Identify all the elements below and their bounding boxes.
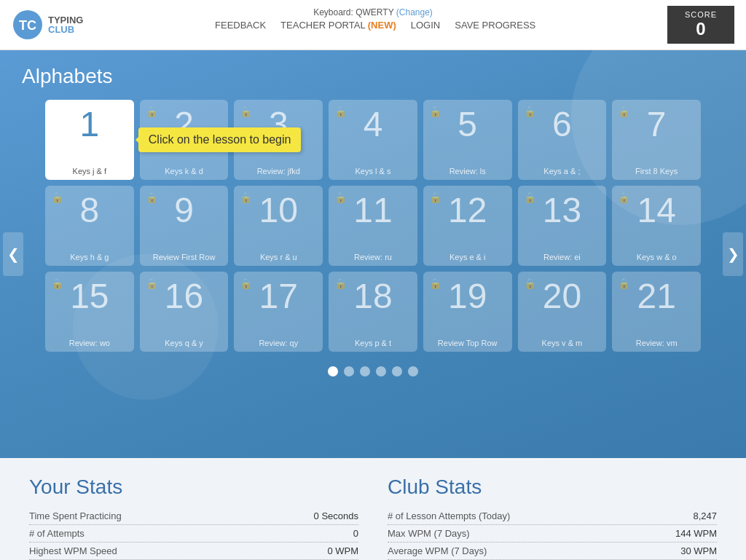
lesson-number: 1 (80, 107, 100, 142)
lesson-card-18[interactable]: 🔒18Keys p & t (329, 272, 417, 352)
logo-area[interactable]: TC TYPING CLUB (12, 9, 83, 41)
lesson-name: Review Top Row (438, 339, 498, 347)
lesson-number: 7 (647, 107, 667, 142)
carousel-dot-2[interactable] (344, 366, 354, 376)
carousel-dot-3[interactable] (360, 366, 370, 376)
lesson-card-9[interactable]: 🔒9Review First Row (140, 186, 229, 266)
carousel-dot-5[interactable] (392, 366, 402, 376)
lesson-number: 21 (637, 279, 675, 314)
score-box: SCORE 0 (667, 6, 734, 44)
carousel-next-button[interactable]: ❯ (723, 232, 743, 276)
lesson-card-5[interactable]: 🔒5Review: ls (423, 100, 512, 180)
lock-icon: 🔒 (146, 106, 158, 117)
stat-row: Time Spent Practicing0 Seconds (29, 508, 358, 525)
carousel-prev-button[interactable]: ❮ (3, 232, 23, 276)
lock-icon: 🔒 (146, 277, 158, 289)
lesson-name: Review: ls (449, 167, 486, 176)
lesson-name: Review: ru (354, 253, 392, 261)
section-title: Alphabets (22, 65, 724, 88)
teacher-portal-link[interactable]: TEACHER PORTAL (NEW) (280, 20, 396, 31)
nav-links: FEEDBACK TEACHER PORTAL (NEW) LOGIN SAVE… (215, 20, 535, 31)
lock-icon: 🔒 (240, 192, 252, 203)
keyboard-info: Keyboard: QWERTY (Change) (313, 7, 433, 17)
lesson-card-1[interactable]: 1Keys j & fClick on the lesson to begin (45, 100, 134, 180)
lesson-number: 12 (448, 193, 487, 228)
lesson-card-7[interactable]: 🔒7First 8 Keys (612, 100, 701, 180)
lesson-name: Review: ei (543, 253, 581, 261)
lesson-card-11[interactable]: 🔒11Review: ru (329, 186, 417, 266)
lesson-number: 19 (448, 279, 487, 314)
lock-icon: 🔒 (524, 106, 536, 117)
stat-label: Highest WPM Speed (29, 545, 117, 556)
lesson-card-20[interactable]: 🔒20Keys v & m (518, 272, 607, 352)
stat-label: # of Lesson Attempts (Today) (388, 510, 510, 521)
club-stats-rows: # of Lesson Attempts (Today)8,247Max WPM… (388, 508, 717, 560)
stat-row: Highest WPM Speed0 WPM (29, 543, 358, 560)
stat-label: # of Attempts (29, 528, 85, 539)
lesson-name: Keys j & f (73, 167, 106, 176)
lesson-tooltip: Click on the lesson to begin (138, 127, 302, 152)
lesson-number: 11 (353, 193, 392, 228)
lock-icon: 🔒 (51, 192, 63, 203)
lesson-card-14[interactable]: 🔒14Keys w & o (612, 186, 701, 266)
lesson-number: 4 (364, 107, 383, 142)
stat-row: Average WPM (7 Days)30 WPM (388, 543, 717, 560)
lesson-name: Keys w & o (637, 253, 677, 261)
lesson-name: Review: jfkd (257, 167, 300, 176)
lesson-number: 10 (259, 193, 298, 228)
lesson-card-10[interactable]: 🔒10Keys r & u (234, 186, 323, 266)
keyboard-change-link[interactable]: (Change) (396, 7, 433, 17)
stat-label: Average WPM (7 Days) (388, 545, 487, 556)
login-link[interactable]: LOGIN (411, 20, 440, 31)
stat-row: # of Lesson Attempts (Today)8,247 (388, 508, 717, 525)
lock-icon: 🔒 (429, 106, 441, 117)
save-progress-link[interactable]: SAVE PROGRESS (455, 20, 535, 31)
lessons-grid: 1Keys j & fClick on the lesson to begin🔒… (45, 100, 701, 352)
lock-icon: 🔒 (618, 192, 630, 203)
lock-icon: 🔒 (240, 106, 252, 117)
your-stats-rows: Time Spent Practicing0 Seconds# of Attem… (29, 508, 358, 560)
lesson-card-21[interactable]: 🔒21Review: vm (612, 272, 701, 352)
lesson-name: Review: wo (69, 339, 110, 347)
lesson-card-8[interactable]: 🔒8Keys h & g (45, 186, 134, 266)
lock-icon: 🔒 (334, 277, 347, 289)
lesson-card-12[interactable]: 🔒12Keys e & i (423, 186, 512, 266)
carousel-dots (22, 366, 724, 376)
score-value: 0 (696, 19, 705, 39)
lesson-card-19[interactable]: 🔒19Review Top Row (423, 272, 512, 352)
lesson-number: 16 (165, 279, 203, 314)
stat-label: Max WPM (7 Days) (388, 528, 470, 539)
lesson-card-15[interactable]: 🔒15Review: wo (45, 272, 134, 352)
lesson-card-6[interactable]: 🔒6Keys a & ; (518, 100, 607, 180)
lesson-number: 20 (543, 279, 581, 314)
lesson-card-16[interactable]: 🔒16Keys q & y (140, 272, 229, 352)
stat-value: 8,247 (693, 510, 717, 521)
stat-row: Max WPM (7 Days)144 WPM (388, 525, 717, 543)
carousel-dot-6[interactable] (408, 366, 418, 376)
stat-label: Time Spent Practicing (29, 510, 122, 521)
lesson-name: Keys v & m (542, 339, 583, 347)
lesson-name: Keys h & g (70, 253, 109, 261)
lock-icon: 🔒 (146, 192, 158, 203)
lock-icon: 🔒 (618, 277, 630, 289)
stat-value: 144 WPM (675, 528, 717, 539)
lesson-name: Review: qy (259, 339, 298, 347)
lesson-card-17[interactable]: 🔒17Review: qy (234, 272, 323, 352)
lesson-card-4[interactable]: 🔒4Keys l & s (329, 100, 417, 180)
lesson-card-13[interactable]: 🔒13Review: ei (518, 186, 607, 266)
svg-text:TC: TC (19, 18, 36, 33)
carousel-dot-1[interactable] (328, 366, 338, 376)
lesson-name: Review: vm (636, 339, 678, 347)
header: TC TYPING CLUB Keyboard: QWERTY (Change)… (0, 0, 746, 50)
lesson-name: Keys q & y (165, 339, 203, 347)
lock-icon: 🔒 (334, 192, 347, 203)
feedback-link[interactable]: FEEDBACK (215, 20, 266, 31)
stat-value: 0 (353, 528, 358, 539)
lesson-name: Review First Row (153, 253, 216, 261)
carousel-dot-4[interactable] (376, 366, 386, 376)
lesson-number: 9 (174, 193, 194, 228)
stats-area: Your Stats Time Spent Practicing0 Second… (0, 458, 746, 560)
lock-icon: 🔒 (429, 192, 441, 203)
lesson-number: 13 (543, 193, 581, 228)
your-stats-col: Your Stats Time Spent Practicing0 Second… (29, 476, 358, 560)
